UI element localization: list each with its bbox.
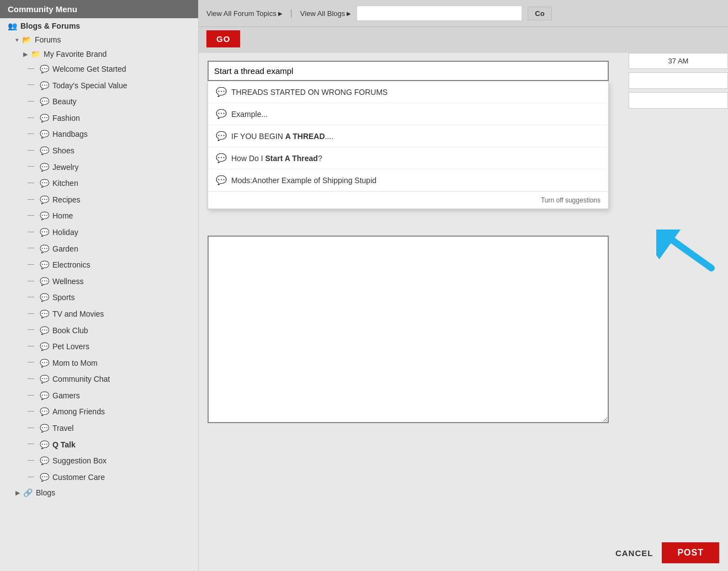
sidebar-item-label: Wellness [52, 276, 84, 287]
sidebar-item-wellness[interactable]: 💬 Wellness [0, 274, 198, 290]
dash-line [28, 428, 34, 428]
sidebar-item-label: My Favorite Brand [44, 50, 107, 58]
sidebar-item-customer-care[interactable]: 💬 Customer Care [0, 469, 198, 486]
view-all-blogs-link[interactable]: View All Blogs ▶ [300, 9, 351, 18]
dash-line [28, 150, 34, 151]
dash-line [28, 346, 34, 346]
chat-icon: 💬 [40, 178, 49, 189]
sidebar-item-kitchen[interactable]: 💬 Kitchen [0, 175, 198, 192]
chat-icon: 💬 [40, 456, 49, 467]
chat-icon: 💬 [40, 358, 49, 369]
sidebar-item-label: Suggestion Box [52, 456, 107, 467]
view-all-topics-link[interactable]: View All Forum Topics ▶ [206, 9, 283, 18]
suggestion-text: How Do I Start A Thread? [231, 154, 322, 163]
suggestion-item[interactable]: 💬 IF YOU BEGIN A THREAD.... [208, 125, 608, 147]
chat-icon: 💬 [40, 113, 49, 124]
chat-icon: 💬 [40, 309, 49, 320]
sidebar-item-sports[interactable]: 💬 Sports [0, 290, 198, 306]
sidebar-item-my-favorite-brand[interactable]: ▶ 📁 My Favorite Brand [0, 47, 198, 61]
people-icon: 👥 [8, 22, 17, 30]
dash-line [28, 395, 34, 396]
suggestion-item[interactable]: 💬 Mods:Another Example of Shipping Stupi… [208, 169, 608, 191]
post-button[interactable]: POST [662, 542, 719, 563]
sidebar-item-travel[interactable]: 💬 Travel [0, 420, 198, 437]
suggestion-text: IF YOU BEGIN A THREAD.... [231, 132, 333, 141]
suggestions-dropdown: 💬 THREADS STARTED ON WRONG FORUMS 💬 Exam… [208, 81, 609, 209]
go-row: GO [199, 27, 728, 53]
suggestion-item[interactable]: 💬 THREADS STARTED ON WRONG FORUMS [208, 81, 608, 103]
suggestion-text: THREADS STARTED ON WRONG FORUMS [231, 88, 387, 97]
sidebar-item-holiday[interactable]: 💬 Holiday [0, 225, 198, 241]
sidebar-item-blogs-forums[interactable]: 👥 Blogs & Forums [0, 18, 198, 33]
go-button[interactable]: GO [206, 30, 240, 47]
sidebar-item-garden[interactable]: 💬 Garden [0, 241, 198, 258]
timestamp-display: 37 AM [629, 53, 728, 69]
sidebar-item-jewelry[interactable]: 💬 Jewelry [0, 159, 198, 176]
suggestion-text: Mods:Another Example of Shipping Stupid [231, 176, 376, 185]
sidebar-item-label: Home [52, 211, 73, 222]
chat-icon: 💬 [216, 153, 227, 163]
sidebar-item-recipes[interactable]: 💬 Recipes [0, 192, 198, 209]
sidebar-item-electronics[interactable]: 💬 Electronics [0, 257, 198, 274]
sidebar-item-beauty[interactable]: 💬 Beauty [0, 94, 198, 110]
thread-input-wrapper [208, 61, 609, 81]
sidebar-item-label: Welcome Get Started [52, 64, 126, 75]
chat-icon: 💬 [40, 64, 49, 75]
search-button[interactable]: Co [528, 7, 551, 20]
dash-line [28, 84, 34, 85]
chat-icon: 💬 [40, 195, 49, 206]
dash-line [28, 477, 34, 477]
sidebar-item-handbags[interactable]: 💬 Handbags [0, 126, 198, 143]
panel-input-1[interactable] [629, 72, 728, 89]
sidebar-item-pet-lovers[interactable]: 💬 Pet Lovers [0, 339, 198, 355]
sidebar-item-tv-movies[interactable]: 💬 TV and Movies [0, 306, 198, 323]
dash-line [28, 313, 34, 314]
sidebar-item-gamers[interactable]: 💬 Gamers [0, 388, 198, 404]
suggestion-item[interactable]: 💬 How Do I Start A Thread? [208, 147, 608, 169]
search-input[interactable] [357, 6, 522, 21]
chat-icon: 💬 [40, 146, 49, 157]
suggestion-item[interactable]: 💬 Example... [208, 103, 608, 125]
toolbar-divider: | [290, 8, 293, 18]
dash-line [28, 460, 34, 461]
sidebar-item-mom-to-mom[interactable]: 💬 Mom to Mom [0, 355, 198, 372]
chat-icon: 💬 [40, 341, 49, 353]
sidebar-item-todays-special[interactable]: 💬 Today's Special Value [0, 78, 198, 94]
right-panel: 37 AM [629, 53, 728, 112]
sidebar-item-label: Blogs & Forums [20, 22, 80, 30]
link-icon: 🔗 [23, 488, 33, 497]
sidebar-item-shoes[interactable]: 💬 Shoes [0, 143, 198, 159]
post-body-textarea[interactable] [208, 236, 609, 423]
view-all-blogs-label: View All Blogs [300, 9, 345, 18]
sidebar-item-among-friends[interactable]: 💬 Among Friends [0, 404, 198, 420]
dash-line [28, 329, 34, 330]
sidebar-item-blogs[interactable]: ▶ 🔗 Blogs [0, 485, 198, 500]
sidebar-item-book-club[interactable]: 💬 Book Club [0, 323, 198, 339]
sidebar-item-q-talk[interactable]: 💬 Q Talk [0, 437, 198, 453]
sidebar: Community Menu 👥 Blogs & Forums ▾ 📂 Foru… [0, 0, 199, 571]
dash-line [28, 362, 34, 362]
toolbar: View All Forum Topics ▶ | View All Blogs… [199, 0, 728, 27]
sidebar-item-label: Blogs [36, 488, 55, 497]
sidebar-item-home[interactable]: 💬 Home [0, 208, 198, 225]
sidebar-item-label: Shoes [52, 146, 75, 157]
sidebar-item-welcome[interactable]: 💬 Welcome Get Started [0, 61, 198, 78]
sidebar-item-label: Electronics [52, 260, 90, 271]
dash-line [28, 411, 34, 412]
sidebar-item-label: TV and Movies [52, 309, 104, 320]
sidebar-item-suggestion-box[interactable]: 💬 Suggestion Box [0, 453, 198, 469]
chat-icon: 💬 [40, 391, 49, 402]
dash-line [28, 134, 34, 134]
sidebar-item-forums[interactable]: ▾ 📂 Forums [0, 33, 198, 47]
chat-icon: 💬 [40, 276, 49, 287]
dash-line [28, 232, 34, 232]
chat-icon: 💬 [216, 87, 227, 97]
panel-input-2[interactable] [629, 92, 728, 109]
cancel-button[interactable]: CANCEL [615, 548, 653, 558]
sidebar-item-fashion[interactable]: 💬 Fashion [0, 110, 198, 127]
turn-off-suggestions[interactable]: Turn off suggestions [208, 191, 608, 209]
chat-icon: 💬 [40, 227, 49, 238]
thread-subject-input[interactable] [209, 62, 608, 80]
dash-line [28, 378, 34, 379]
sidebar-item-community-chat[interactable]: 💬 Community Chat [0, 371, 198, 388]
